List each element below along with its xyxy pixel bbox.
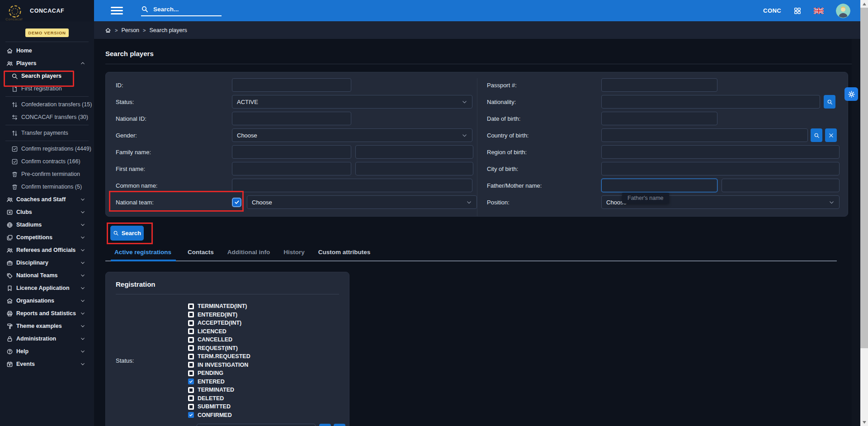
sidebar-item-pre-confirm-termination[interactable]: Pre-confirm termination [0,168,94,180]
hamburger-menu-icon[interactable] [111,5,123,16]
page-scrollbar[interactable] [860,0,868,426]
tab-history[interactable]: History [282,249,307,260]
checkbox-unchecked[interactable] [188,337,194,343]
country-of-birth-input[interactable] [601,128,808,142]
family-name-input-2[interactable] [355,145,473,159]
passport-input[interactable] [601,78,717,92]
global-search-input[interactable] [152,5,216,13]
checkbox-unchecked[interactable] [188,312,194,317]
sidebar-item-help[interactable]: Help [0,345,94,358]
first-name-input-1[interactable] [232,162,351,175]
national-id-input[interactable] [232,112,351,125]
search-button[interactable]: Search [110,226,144,241]
checkbox-checked[interactable] [188,412,194,418]
sidebar-item-stadiums[interactable]: Stadiums [0,218,94,231]
sidebar-item-search-players[interactable]: Search players [0,70,94,82]
checkbox-unchecked[interactable] [188,362,194,368]
sidebar-item-confirm-contracts[interactable]: Confirm contracts (166) [0,155,94,168]
sidebar-item-clubs[interactable]: Clubs [0,206,94,218]
status-option[interactable]: LICENCED [188,327,349,336]
checkbox-unchecked[interactable] [188,303,194,309]
region-of-birth-input[interactable] [601,145,840,159]
mother-name-input[interactable] [722,179,840,192]
home-icon[interactable] [105,27,111,33]
sidebar-item-national-teams[interactable]: National Teams [0,269,94,282]
national-team-checkbox[interactable] [232,198,241,207]
checkbox-unchecked[interactable] [188,345,194,351]
global-search[interactable] [141,5,222,16]
national-team-select[interactable]: Choose [247,195,477,209]
sidebar-item-referees-and-officials[interactable]: Referees and Officials [0,244,94,256]
sidebar-item-coaches-and-staff[interactable]: Coaches and Staff [0,193,94,206]
sidebar-item-confederation-transfers[interactable]: Confederation transfers (15) [0,98,94,111]
checkbox-checked[interactable] [188,379,194,384]
tab-custom-attributes[interactable]: Custom attributes [316,249,373,260]
scrollbar-up-button[interactable] [860,0,868,8]
tab-contacts[interactable]: Contacts [186,249,216,260]
divider [5,96,89,97]
nationality-search-button[interactable] [824,95,835,109]
status-option[interactable]: ENTERED(INT) [188,311,349,319]
sidebar-item-confirm-terminations[interactable]: Confirm terminations (5) [0,180,94,193]
sidebar-item-organisations[interactable]: Organisations [0,294,94,307]
status-option[interactable]: TERMINATED [188,386,349,394]
status-option[interactable]: IN INVESTIGATION [188,361,349,369]
organisation-search-button[interactable] [319,424,331,426]
apps-grid-icon[interactable] [793,7,802,15]
sidebar-item-licence-application[interactable]: Licence Application [0,282,94,294]
breadcrumb-item-person[interactable]: Person [121,27,139,33]
checkbox-unchecked[interactable] [188,354,194,360]
first-name-input-2[interactable] [355,162,473,175]
sidebar-item-transfer-payments[interactable]: Transfer payments [0,127,94,139]
organisation-clear-button[interactable] [334,424,345,426]
status-option[interactable]: CONFIRMED [188,411,349,420]
checkbox-unchecked[interactable] [188,395,194,401]
checkbox-unchecked[interactable] [188,370,194,376]
tab-active-registrations[interactable]: Active registrations [111,249,176,261]
sidebar-item-first-registration[interactable]: First registration [0,82,94,95]
checkbox-unchecked[interactable] [188,328,194,334]
settings-gear-button[interactable] [844,87,858,101]
sidebar-item-events[interactable]: Events [0,358,94,370]
sidebar-item-concacaf-transfers[interactable]: CONCACAF transfers (30) [0,111,94,123]
country-search-button[interactable] [811,128,822,142]
father-name-input[interactable] [601,179,717,192]
common-name-input[interactable] [232,179,472,192]
tab-additional-info[interactable]: Additional info [226,249,272,260]
checkbox-unchecked[interactable] [188,387,194,393]
status-option[interactable]: PENDING [188,369,349,378]
family-name-input-1[interactable] [232,145,351,159]
checkbox-unchecked[interactable] [188,404,194,410]
checkbox-unchecked[interactable] [188,320,194,326]
status-select[interactable]: ACTIVE [232,95,472,109]
id-input[interactable] [232,78,351,92]
scrollbar-down-button[interactable] [860,418,868,426]
sidebar-item-competitions[interactable]: Competitions [0,231,94,244]
city-of-birth-input[interactable] [601,162,840,175]
status-option[interactable]: DELETED [188,394,349,403]
sidebar-item-home[interactable]: Home [0,44,94,57]
sidebar-item-reports-and-statistics[interactable]: Reports and Statistics [0,307,94,320]
status-option[interactable]: ACCEPTED(INT) [188,319,349,327]
status-option[interactable]: SUBMITTED [188,402,349,411]
sidebar-item-theme-examples[interactable]: Theme examples [0,320,94,332]
user-avatar[interactable] [836,4,850,18]
gender-select[interactable]: Choose [232,128,472,142]
country-clear-button[interactable] [825,128,837,142]
status-option[interactable]: REQUEST(INT) [188,344,349,353]
status-option[interactable]: CANCELLED [188,336,349,344]
status-option[interactable]: TERMINATED(INT) [188,302,349,311]
sidebar-item-disciplinary[interactable]: Disciplinary [0,256,94,269]
breadcrumb-item-search-players[interactable]: Search players [149,27,187,33]
organisation-input[interactable] [197,424,316,426]
nationality-input[interactable] [601,95,820,109]
sidebar-item-players[interactable]: Players [0,57,94,70]
date-of-birth-input[interactable] [601,112,717,125]
org-code[interactable]: CONC [763,7,781,14]
status-option[interactable]: ENTERED [188,378,349,386]
status-option[interactable]: TERM.REQUESTED [188,352,349,361]
uk-flag-icon[interactable] [814,8,824,14]
sidebar-item-confirm-registrations[interactable]: Confirm registrations (4449) [0,142,94,155]
scrollbar-thumb[interactable] [860,8,868,348]
sidebar-item-administration[interactable]: Administration [0,332,94,345]
